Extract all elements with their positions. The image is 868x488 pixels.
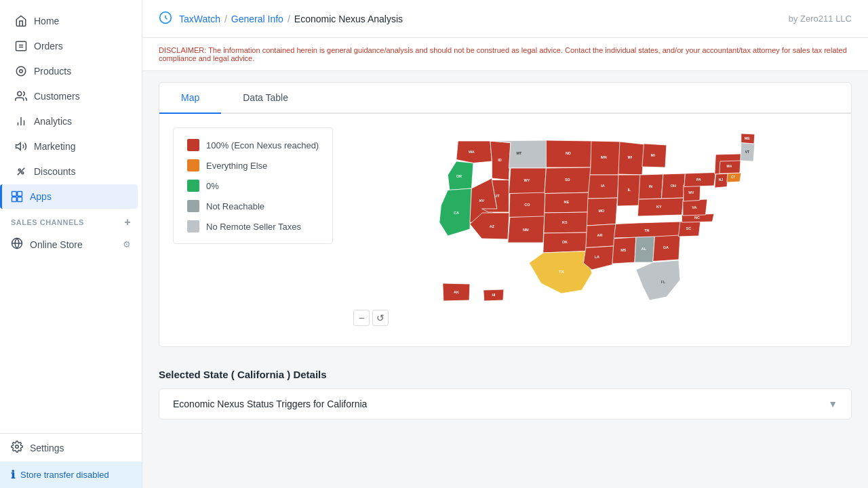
legend-color-gray <box>187 200 199 212</box>
svg-rect-14 <box>18 192 22 197</box>
customers-icon <box>15 90 27 102</box>
products-icon <box>15 65 27 77</box>
svg-text:OH: OH <box>671 184 676 188</box>
disclaimer-bar: DISCLAIMER: The information contained he… <box>142 38 868 71</box>
svg-text:MS: MS <box>620 248 627 252</box>
store-transfer-label: Store transfer disabled <box>20 470 109 480</box>
svg-text:CA: CA <box>454 211 459 215</box>
state-fl[interactable] <box>636 260 680 300</box>
online-store-label: Online Store <box>30 239 83 250</box>
legend-item-red: 100% (Econ Nexus reached) <box>187 139 319 151</box>
online-store-settings-icon[interactable]: ⚙ <box>123 239 131 249</box>
svg-text:SD: SD <box>565 178 570 182</box>
topbar: TaxWatch / General Info / Economic Nexus… <box>142 0 868 38</box>
breadcrumb-app[interactable]: TaxWatch <box>179 14 220 24</box>
zoom-reset-button[interactable]: ↺ <box>372 310 389 326</box>
svg-text:MA: MA <box>727 164 732 168</box>
legend-label-red: 100% (Econ Nexus reached) <box>206 140 319 150</box>
sidebar-item-analytics-label: Analytics <box>34 116 72 127</box>
map-card: Map Data Table 100% (Econ Nexus reached) <box>159 82 852 347</box>
sidebar-item-apps-label: Apps <box>30 191 52 202</box>
svg-text:TX: TX <box>559 270 564 274</box>
state-card-label: Economic Nexus Status Triggers for Calif… <box>173 399 367 409</box>
info-icon: ℹ <box>11 468 15 481</box>
svg-text:ME: ME <box>745 136 751 140</box>
online-store-icon <box>11 237 23 251</box>
svg-text:IN: IN <box>649 184 653 188</box>
map-zoom-controls[interactable]: − ↺ <box>353 310 389 326</box>
selected-state-title: Selected State ( California ) Details <box>159 358 852 388</box>
settings-icon <box>11 441 23 455</box>
zoom-out-button[interactable]: − <box>353 310 370 326</box>
svg-text:ND: ND <box>566 151 571 155</box>
svg-marker-9 <box>16 143 21 150</box>
svg-point-10 <box>18 169 20 171</box>
svg-text:MI: MI <box>651 153 656 157</box>
legend-color-orange <box>187 159 199 171</box>
map-area: 100% (Econ Nexus reached) Everything Els… <box>159 114 851 346</box>
legend-item-lightgray: No Remote Seller Taxes <box>187 220 319 232</box>
svg-text:NE: NE <box>564 200 570 204</box>
breadcrumb-current: Economic Nexus Analysis <box>294 14 403 24</box>
legend-color-lightgray <box>187 220 199 232</box>
svg-rect-0 <box>16 41 26 51</box>
svg-text:AL: AL <box>642 247 647 251</box>
svg-point-5 <box>18 92 22 96</box>
svg-text:AR: AR <box>597 233 603 237</box>
home-icon <box>15 15 27 27</box>
svg-point-11 <box>22 172 24 174</box>
svg-text:PA: PA <box>696 178 701 182</box>
svg-text:AZ: AZ <box>490 224 495 228</box>
store-transfer-bar[interactable]: ℹ Store transfer disabled <box>0 462 142 488</box>
chevron-down-icon: ▼ <box>828 399 837 409</box>
svg-rect-16 <box>18 197 22 202</box>
content-area: DISCLAIMER: The information contained he… <box>142 38 868 488</box>
sidebar-item-apps[interactable]: Apps <box>0 184 138 209</box>
svg-text:TN: TN <box>644 228 649 232</box>
selected-state-section: Selected State ( California ) Details Ec… <box>159 358 852 420</box>
svg-text:ID: ID <box>498 158 502 162</box>
svg-point-4 <box>20 70 23 73</box>
tab-data-table[interactable]: Data Table <box>221 83 310 114</box>
tab-map[interactable]: Map <box>159 83 221 114</box>
main-content: TaxWatch / General Info / Economic Nexus… <box>142 0 868 488</box>
settings-label: Settings <box>30 443 64 453</box>
map-legend: 100% (Econ Nexus reached) Everything Els… <box>173 127 333 244</box>
legend-color-red <box>187 139 199 151</box>
sales-channels-section: SALES CHANNELS + <box>0 209 142 231</box>
analytics-icon <box>15 115 27 127</box>
sidebar-item-customers-label: Customers <box>34 91 80 102</box>
sidebar-item-products[interactable]: Products <box>4 59 138 83</box>
add-sales-channel-button[interactable]: + <box>124 216 131 228</box>
legend-label-green: 0% <box>206 181 219 191</box>
us-map-container[interactable]: WA OR CA ID MT <box>347 127 837 333</box>
svg-text:SC: SC <box>686 226 692 230</box>
svg-rect-15 <box>12 197 17 202</box>
sidebar-item-home[interactable]: Home <box>4 9 138 33</box>
svg-point-19 <box>16 445 19 449</box>
sidebar-item-settings[interactable]: Settings <box>0 434 142 462</box>
sidebar-item-marketing-label: Marketing <box>34 141 75 152</box>
sidebar-item-online-store[interactable]: Online Store ⚙ <box>0 231 142 258</box>
breadcrumb-general[interactable]: General Info <box>231 14 283 24</box>
svg-text:NV: NV <box>479 199 485 203</box>
svg-text:MT: MT <box>517 151 523 155</box>
sidebar-item-marketing[interactable]: Marketing <box>4 134 138 159</box>
disclaimer-text: DISCLAIMER: The information contained he… <box>159 46 847 62</box>
svg-text:HI: HI <box>492 293 496 297</box>
state-card-header[interactable]: Economic Nexus Status Triggers for Calif… <box>159 389 851 419</box>
topbar-by-label: by Zero211 LLC <box>789 14 852 24</box>
sidebar-item-discounts[interactable]: Discounts <box>4 159 138 184</box>
state-card: Economic Nexus Status Triggers for Calif… <box>159 388 852 420</box>
legend-label-lightgray: No Remote Seller Taxes <box>206 222 301 232</box>
sidebar-item-discounts-label: Discounts <box>34 166 75 177</box>
svg-text:WA: WA <box>469 150 475 154</box>
svg-text:WI: WI <box>628 155 633 159</box>
sidebar-item-customers[interactable]: Customers <box>4 84 138 108</box>
sidebar-item-orders[interactable]: Orders <box>4 34 138 58</box>
orders-icon <box>15 40 27 52</box>
sidebar-item-analytics[interactable]: Analytics <box>4 109 138 134</box>
taxwatch-icon <box>159 11 172 26</box>
svg-text:NC: NC <box>694 216 700 220</box>
svg-text:VT: VT <box>745 150 749 154</box>
